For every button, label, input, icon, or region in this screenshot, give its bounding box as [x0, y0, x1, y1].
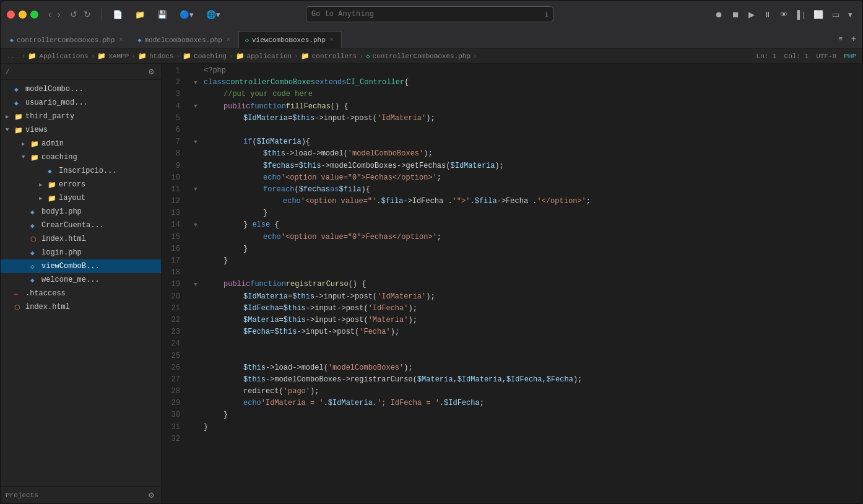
file-index-root[interactable]: ⬡ index.html — [1, 300, 161, 314]
ln-12: 12 — [162, 196, 185, 207]
folder-layout[interactable]: ▶ 📁 layout — [1, 191, 161, 205]
forward-button[interactable]: › — [55, 8, 63, 20]
folder-label-views: views — [25, 126, 48, 134]
sidebar-settings-button[interactable]: ⚙ — [147, 66, 156, 77]
file-inscripcio[interactable]: ◆ Inscripcio... — [1, 164, 161, 178]
ln-9: 9 — [162, 160, 185, 172]
ln-32: 32 — [162, 433, 185, 445]
gutter-7[interactable]: ▼ — [190, 136, 201, 148]
breadcrumb-arrow-1: › — [22, 53, 26, 60]
file-label-index-html: index.html — [41, 235, 86, 243]
file-index-html[interactable]: ⬡ index.html — [1, 232, 161, 246]
gutter-26 — [190, 362, 201, 374]
gutter-11[interactable]: ▼ — [190, 184, 201, 196]
breadcrumb-applications[interactable]: 📁 Applications — [28, 52, 88, 60]
tab-view[interactable]: ◇ viewComboBoxes.php × — [238, 31, 342, 48]
breadcrumb-controllers[interactable]: 📁 controllers — [301, 52, 357, 60]
open-folder-button[interactable]: 📁 — [131, 7, 149, 22]
search-bar[interactable]: ℹ — [306, 6, 553, 22]
folder-views[interactable]: ▼ 📁 views — [1, 123, 161, 137]
sidebar-toggle-button[interactable]: ▌| — [793, 7, 809, 22]
status-encoding: UTF-8 — [816, 53, 836, 60]
breadcrumb-htdocs[interactable]: 📁 htdocs — [138, 52, 174, 60]
file-login[interactable]: ◆ login.php — [1, 246, 161, 259]
breadcrumb-coaching[interactable]: 📁 Coaching — [183, 52, 227, 60]
tree-arrow: ▶ — [6, 113, 12, 120]
breadcrumb-application[interactable]: 📁 application — [236, 52, 292, 60]
breadcrumb-file[interactable]: ◇ controllerComboBoxes.php — [366, 52, 471, 60]
file-tree: ◆ modelCombo... ◆ usuario_mod... ▶ 📁 thi… — [1, 80, 161, 486]
sidebar-actions: ⚙ — [147, 66, 156, 77]
file-crearcuenta[interactable]: ◆ CrearCuenta... — [1, 219, 161, 232]
play-button[interactable]: ▶ — [745, 7, 758, 22]
html-icon: ⬡ — [30, 235, 39, 243]
record-button[interactable]: ⏺ — [711, 7, 727, 22]
right-toolbar: ⏺ ⏹ ▶ ⏸ 👁 ▌| ⬜ ▭ ▾ — [711, 7, 856, 22]
minimize-button[interactable] — [19, 11, 27, 19]
line-numbers: 1 2 3 4 5 6 7 8 9 10 11 12 13 14 15 16 1 — [162, 64, 190, 503]
ln-4: 4 — [162, 101, 185, 113]
tab-controller[interactable]: ◆ controllerComboBoxes.php × — [3, 31, 131, 48]
layout-split-button[interactable]: ⬜ — [810, 7, 827, 22]
breadcrumb-arrow-7: › — [359, 53, 363, 60]
save-button[interactable]: 💾 — [154, 7, 171, 22]
redo-button[interactable]: ↻ — [81, 8, 93, 20]
back-button[interactable]: ‹ — [46, 8, 54, 20]
tab-model[interactable]: ◆ modelComboBoxes.php × — [131, 31, 238, 48]
title-bar: ‹ › ↺ ↻ 📄 📁 💾 🔵▾ 🌐▾ ℹ ⏺ ⏹ ▶ ⏸ 👁 ▌| ⬜ ▭ ▾ — [1, 1, 862, 28]
ln-29: 29 — [162, 398, 185, 409]
undo-button[interactable]: ↺ — [67, 8, 80, 20]
maximize-button[interactable] — [30, 11, 38, 19]
gutter-2[interactable]: ▼ — [190, 77, 201, 89]
folder-third-party[interactable]: ▶ 📁 third_party — [1, 110, 161, 123]
gutter-19[interactable]: ▼ — [190, 279, 201, 290]
sftp-button[interactable]: 🔵▾ — [176, 7, 197, 22]
file-label-index-root: index.html — [25, 303, 70, 311]
tab-model-close[interactable]: × — [225, 36, 232, 44]
close-button[interactable] — [7, 11, 15, 19]
file-modelCombo[interactable]: ◆ modelCombo... — [1, 82, 161, 96]
layout-button[interactable]: ▭ — [828, 7, 843, 22]
fold-gutter: ▼ ▼ ▼ ▼ ▼ ▼ — [190, 64, 201, 503]
new-tab-button[interactable]: + — [848, 31, 860, 46]
folder-admin[interactable]: ▶ 📁 admin — [1, 137, 161, 150]
file-label-usuario: usuario_mod... — [25, 98, 88, 107]
browser-button[interactable]: 🌐▾ — [202, 7, 224, 22]
file-label-inscripcio: Inscripcio... — [59, 167, 117, 175]
php-icon: ◇ — [30, 263, 39, 271]
pause-button[interactable]: ⏸ — [760, 7, 775, 22]
folder-label-admin: admin — [41, 139, 64, 148]
php-icon: ◆ — [48, 167, 56, 175]
tab-view-close[interactable]: × — [329, 36, 335, 44]
code-line-19: public function registrarCurso() { — [201, 279, 862, 290]
gutter-4[interactable]: ▼ — [190, 101, 201, 113]
tab-view-label: viewComboBoxes.php — [252, 37, 326, 44]
breadcrumb-xampp[interactable]: 📁 XAMPP — [97, 52, 129, 60]
projects-settings-button[interactable]: ⚙ — [147, 490, 156, 501]
tab-list-button[interactable]: ≡ — [835, 32, 846, 45]
search-input[interactable] — [311, 10, 542, 19]
code-content[interactable]: <?php class controllerComboBoxes extends… — [201, 64, 862, 503]
file-welcome-me[interactable]: ◆ welcome_me... — [1, 273, 161, 287]
code-line-10: echo '<option value="0">Fechas</option>'… — [201, 172, 862, 184]
stop-button[interactable]: ⏹ — [728, 7, 744, 22]
more-button[interactable]: ▾ — [844, 7, 856, 22]
code-line-13: } — [201, 207, 862, 219]
file-htaccess[interactable]: ✏ .htaccess — [1, 287, 161, 300]
preview-button[interactable]: 👁 — [776, 7, 792, 22]
file-viewCombob[interactable]: ◇ viewComboB... — [1, 259, 161, 273]
ln-13: 13 — [162, 207, 185, 219]
tab-controller-close[interactable]: × — [118, 36, 124, 44]
code-line-8: $this->load->model('modelComboBoxes'); — [201, 148, 862, 160]
new-file-button[interactable]: 📄 — [109, 7, 126, 22]
tab-actions: ≡ + — [835, 31, 860, 48]
breadcrumb-dots: ... — [7, 53, 19, 60]
ln-23: 23 — [162, 326, 185, 338]
folder-label-layout: layout — [59, 194, 85, 202]
gutter-14[interactable]: ▼ — [190, 219, 201, 231]
file-usuario-mod[interactable]: ◆ usuario_mod... — [1, 96, 161, 110]
folder-errors[interactable]: ▶ 📁 errors — [1, 178, 161, 191]
file-body1[interactable]: ◆ body1.php — [1, 205, 161, 219]
folder-coaching[interactable]: ▼ 📁 coaching — [1, 150, 161, 164]
tab-bar: ◆ controllerComboBoxes.php × ◆ modelComb… — [1, 28, 862, 49]
